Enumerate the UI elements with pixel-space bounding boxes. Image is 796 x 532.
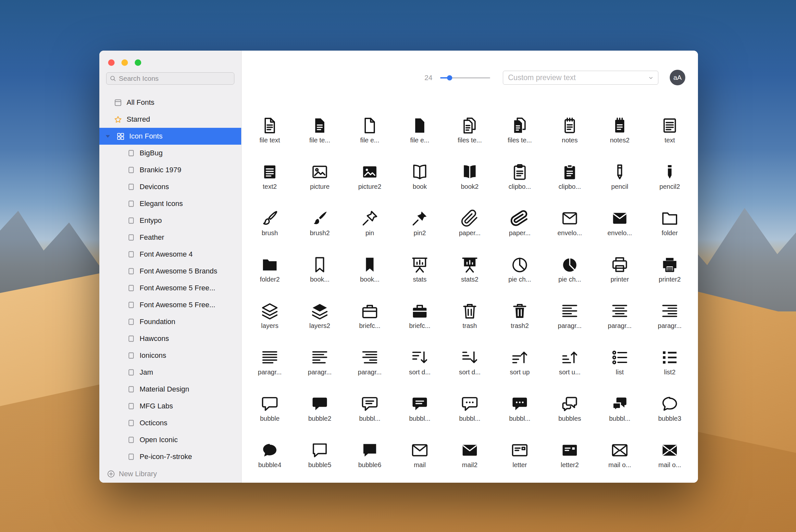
icon-cell[interactable]: paper... [445, 207, 495, 254]
icon-cell[interactable]: sort up [495, 346, 545, 393]
icon-cell[interactable]: stats [395, 254, 445, 300]
icon-cell[interactable]: printer2 [645, 254, 695, 300]
icon-cell[interactable]: brush2 [295, 207, 345, 254]
icon-cell[interactable]: pie ch... [495, 254, 545, 300]
icon-cell[interactable]: brush [245, 207, 295, 254]
icon-cell[interactable]: list [595, 346, 645, 393]
icon-cell[interactable]: bubble5 [295, 439, 345, 483]
icon-cell[interactable]: layers [245, 300, 295, 346]
sidebar-library-item[interactable]: Font Awesome 5 Free... [99, 280, 241, 297]
icon-cell[interactable]: bubbles [545, 393, 595, 439]
icon-cell[interactable]: bubbl... [345, 393, 395, 439]
text-case-button[interactable]: aA [670, 70, 685, 85]
icon-cell[interactable]: pie ch... [545, 254, 595, 300]
sidebar-library-item[interactable]: Ionicons [99, 347, 241, 364]
icon-cell[interactable]: paragr... [545, 300, 595, 346]
icon-cell[interactable]: file text [245, 115, 295, 161]
preview-text-dropdown[interactable]: Custom preview text [503, 71, 659, 85]
search-input[interactable] [119, 75, 231, 82]
minimize-window-button[interactable] [122, 59, 128, 66]
icon-cell[interactable]: mail o... [645, 439, 695, 483]
icon-cell[interactable]: pin2 [395, 207, 445, 254]
icon-cell[interactable]: briefc... [345, 300, 395, 346]
icon-cell[interactable]: pencil2 [645, 161, 695, 207]
icon-cell[interactable]: bubbl... [495, 393, 545, 439]
sidebar-library-item[interactable]: Font Awesome 5 Brands [99, 263, 241, 280]
icon-cell[interactable]: files te... [445, 115, 495, 161]
icon-cell[interactable]: trash2 [495, 300, 545, 346]
icon-cell[interactable]: bubble3 [645, 393, 695, 439]
sidebar-library-item[interactable]: Material Design [99, 381, 241, 398]
icon-cell[interactable]: clipbo... [495, 161, 545, 207]
icon-cell[interactable]: paragr... [645, 300, 695, 346]
icon-cell[interactable]: book... [295, 254, 345, 300]
icon-cell[interactable]: trash [445, 300, 495, 346]
icon-size-slider[interactable] [440, 74, 490, 81]
icon-cell[interactable]: sort d... [445, 346, 495, 393]
sidebar-library-item[interactable]: Entypo [99, 212, 241, 229]
icon-cell[interactable]: text [645, 115, 695, 161]
icon-cell[interactable]: paragr... [245, 346, 295, 393]
icon-cell[interactable]: files te... [495, 115, 545, 161]
icon-cell[interactable]: mail2 [445, 439, 495, 483]
icon-cell[interactable]: pencil [595, 161, 645, 207]
icon-cell[interactable]: book [395, 161, 445, 207]
icon-cell[interactable]: bubble [245, 393, 295, 439]
icon-cell[interactable]: stats2 [445, 254, 495, 300]
icon-cell[interactable]: paragr... [345, 346, 395, 393]
icon-cell[interactable]: folder [645, 207, 695, 254]
sidebar-library-item[interactable]: Hawcons [99, 330, 241, 347]
sidebar-item-all-fonts[interactable]: All Fonts [99, 94, 241, 111]
sidebar-library-item[interactable]: Foundation [99, 314, 241, 330]
icon-cell[interactable]: list2 [645, 346, 695, 393]
sidebar-library-item[interactable]: Feather [99, 229, 241, 246]
icon-cell[interactable]: picture2 [345, 161, 395, 207]
icon-cell[interactable]: letter2 [545, 439, 595, 483]
sidebar-library-item[interactable]: Devicons [99, 178, 241, 195]
search-field[interactable] [106, 72, 234, 85]
icon-cell[interactable]: file e... [395, 115, 445, 161]
icon-cell[interactable]: sort u... [545, 346, 595, 393]
icon-cell[interactable]: bubble6 [345, 439, 395, 483]
icon-cell[interactable]: clipbo... [545, 161, 595, 207]
icon-cell[interactable]: pin [345, 207, 395, 254]
icon-cell[interactable]: notes [545, 115, 595, 161]
zoom-window-button[interactable] [135, 59, 141, 66]
sidebar-library-item[interactable]: Elegant Icons [99, 195, 241, 212]
slider-knob[interactable] [447, 75, 452, 80]
sidebar-library-item[interactable]: BigBug [99, 145, 241, 162]
sidebar-item-icon-fonts[interactable]: Icon Fonts [99, 128, 241, 145]
sidebar-item-starred[interactable]: Starred [99, 111, 241, 128]
sidebar-library-item[interactable]: MFG Labs [99, 398, 241, 415]
icon-cell[interactable]: text2 [245, 161, 295, 207]
icon-cell[interactable]: book2 [445, 161, 495, 207]
sidebar-library-item[interactable]: Brankic 1979 [99, 162, 241, 178]
icon-cell[interactable]: bubble2 [295, 393, 345, 439]
icon-cell[interactable]: folder2 [245, 254, 295, 300]
sidebar-library-item[interactable]: Jam [99, 364, 241, 381]
icon-cell[interactable]: briefc... [395, 300, 445, 346]
disclosure-triangle-icon[interactable] [104, 133, 111, 140]
icon-cell[interactable]: mail o... [595, 439, 645, 483]
icon-cell[interactable]: picture [295, 161, 345, 207]
icon-cell[interactable]: envelo... [595, 207, 645, 254]
sidebar-library-item[interactable]: Font Awesome 5 Free... [99, 297, 241, 314]
icon-cell[interactable]: letter [495, 439, 545, 483]
sidebar-library-item[interactable]: Octicons [99, 415, 241, 432]
icon-cell[interactable]: bubbl... [395, 393, 445, 439]
icon-cell[interactable]: envelo... [545, 207, 595, 254]
icon-cell[interactable]: bubbl... [595, 393, 645, 439]
icon-cell[interactable]: paragr... [295, 346, 345, 393]
icon-cell[interactable]: mail [395, 439, 445, 483]
icon-cell[interactable]: file te... [295, 115, 345, 161]
close-window-button[interactable] [108, 59, 115, 66]
icon-cell[interactable]: layers2 [295, 300, 345, 346]
icon-cell[interactable]: printer [595, 254, 645, 300]
sidebar-library-item[interactable]: Pe-icon-7-stroke [99, 448, 241, 465]
icon-cell[interactable]: paragr... [595, 300, 645, 346]
icon-cell[interactable]: sort d... [395, 346, 445, 393]
sidebar-library-item[interactable]: Open Iconic [99, 432, 241, 448]
icon-cell[interactable]: bubble4 [245, 439, 295, 483]
icon-cell[interactable]: bubbl... [445, 393, 495, 439]
icon-cell[interactable]: paper... [495, 207, 545, 254]
